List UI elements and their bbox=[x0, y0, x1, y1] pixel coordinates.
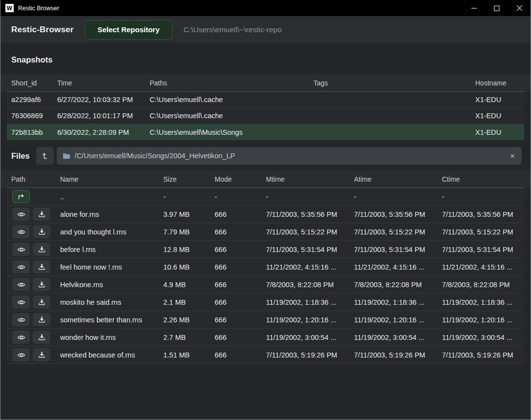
file-size: 3.97 MB bbox=[163, 210, 215, 218]
snapshots-table-header: Short_id Time Paths Tags Hostname bbox=[0, 74, 531, 92]
file-name: .. bbox=[60, 193, 163, 201]
download-file-button[interactable] bbox=[33, 208, 50, 221]
eye-icon bbox=[17, 316, 25, 323]
close-icon bbox=[516, 5, 523, 11]
col-paths: Paths bbox=[150, 79, 313, 87]
snapshot-short-id: 76306869 bbox=[11, 112, 57, 120]
minimize-icon bbox=[471, 5, 477, 11]
file-ctime: 11/19/2002, 1:18:36 ... bbox=[442, 298, 524, 306]
col-ctime: Ctime bbox=[442, 175, 524, 183]
file-row[interactable]: feel home now !.rns 10.6 MB 666 11/21/20… bbox=[7, 258, 524, 276]
download-file-button[interactable] bbox=[33, 313, 50, 326]
download-file-button[interactable] bbox=[33, 243, 50, 256]
file-mtime: 7/11/2003, 5:31:54 PM bbox=[266, 246, 354, 253]
preview-file-button[interactable] bbox=[12, 331, 30, 344]
set-root-level-up-button[interactable] bbox=[36, 147, 54, 165]
col-name: Name bbox=[60, 175, 163, 183]
file-mode: 666 bbox=[215, 298, 266, 306]
file-row[interactable]: before l.rns 12.8 MB 666 7/11/2003, 5:31… bbox=[7, 241, 524, 258]
level-up-icon bbox=[41, 152, 49, 160]
snapshots-table: Short_id Time Paths Tags Hostname a2299a… bbox=[0, 74, 531, 140]
clear-path-icon[interactable]: × bbox=[509, 152, 516, 160]
app-title: Restic-Browser bbox=[11, 25, 74, 35]
snapshot-short-id: 72b813bb bbox=[11, 128, 57, 136]
parent-directory-row[interactable]: .. - - - - - bbox=[7, 188, 524, 206]
preview-file-button[interactable] bbox=[12, 208, 30, 221]
preview-file-button[interactable] bbox=[12, 348, 30, 361]
file-ctime: 7/11/2003, 5:35:56 PM bbox=[442, 210, 524, 218]
preview-file-button[interactable] bbox=[12, 225, 30, 238]
file-size: 2.26 MB bbox=[163, 316, 215, 324]
files-table: Path Name Size Mode Mtime Atime Ctime bbox=[0, 170, 531, 364]
file-size: 12.8 MB bbox=[163, 246, 215, 253]
file-row[interactable]: wonder how it.rns 2.7 MB 666 11/19/2002,… bbox=[7, 329, 524, 346]
repository-path: C:\Users\emuell\~\restic-repo bbox=[183, 25, 282, 34]
go-parent-directory-button[interactable] bbox=[12, 190, 30, 203]
select-repository-button[interactable]: Select Repository bbox=[85, 20, 173, 40]
file-row[interactable]: wrecked because of.rns 1.51 MB 666 7/11/… bbox=[7, 346, 524, 364]
snapshot-time: 6/28/2022, 10:01:17 PM bbox=[57, 112, 150, 120]
file-ctime: 7/11/2003, 5:31:54 PM bbox=[442, 246, 524, 253]
file-mtime: 11/19/2002, 1:20:16 ... bbox=[266, 316, 354, 324]
snapshot-row[interactable]: a2299af6 6/27/2022, 10:03:32 PM C:\Users… bbox=[7, 92, 524, 108]
file-atime: 11/21/2002, 4:15:16 ... bbox=[354, 263, 442, 271]
file-row[interactable]: Helvikone.rns 4.9 MB 666 7/8/2003, 8:22:… bbox=[7, 276, 524, 294]
preview-file-button[interactable] bbox=[12, 260, 30, 273]
file-mtime: 7/8/2003, 8:22:08 PM bbox=[266, 281, 354, 289]
snapshot-paths: C:\Users\emuell\.cache bbox=[150, 112, 313, 120]
file-name: wrecked because of.rns bbox=[60, 351, 163, 359]
download-icon bbox=[38, 351, 45, 358]
close-button[interactable] bbox=[508, 0, 531, 16]
download-file-button[interactable] bbox=[33, 295, 50, 309]
snapshot-time: 6/27/2022, 10:03:32 PM bbox=[57, 96, 150, 104]
file-row[interactable]: and you thought l.rns 7.79 MB 666 7/11/2… bbox=[7, 223, 524, 241]
file-mtime: - bbox=[266, 193, 354, 201]
download-file-button[interactable] bbox=[33, 260, 50, 273]
download-icon bbox=[38, 228, 45, 235]
window-title: Restic Browser bbox=[18, 5, 59, 12]
maximize-button[interactable] bbox=[486, 0, 508, 16]
file-mode: 666 bbox=[215, 263, 266, 271]
app-window: W Restic Browser Restic-Browser Select R… bbox=[0, 0, 531, 420]
file-mtime: 11/19/2002, 3:00:54 ... bbox=[266, 334, 354, 341]
minimize-button[interactable] bbox=[463, 0, 486, 16]
folder-icon bbox=[63, 152, 70, 159]
file-size: 2.7 MB bbox=[163, 334, 215, 341]
files-table-header: Path Name Size Mode Mtime Atime Ctime bbox=[0, 170, 531, 188]
eye-icon bbox=[17, 352, 25, 358]
download-file-button[interactable] bbox=[33, 225, 50, 238]
download-icon bbox=[38, 281, 45, 288]
preview-file-button[interactable] bbox=[12, 295, 30, 309]
download-icon bbox=[38, 316, 45, 323]
preview-file-button[interactable] bbox=[12, 243, 30, 256]
file-size: 4.9 MB bbox=[163, 281, 215, 289]
file-ctime: 11/19/2002, 1:20:16 ... bbox=[442, 316, 524, 324]
file-mode: 666 bbox=[215, 281, 266, 289]
file-mode: - bbox=[215, 193, 266, 201]
file-row[interactable]: sometimes better than.rns 2.26 MB 666 11… bbox=[7, 311, 524, 329]
snapshot-row-selected[interactable]: 72b813bb 6/30/2022, 2:28:09 PM C:\Users\… bbox=[7, 124, 524, 140]
current-path-input[interactable]: /C/Users/emuell/Music/Songs/2004_Helveti… bbox=[57, 147, 522, 165]
file-row[interactable]: alone for.rns 3.97 MB 666 7/11/2003, 5:3… bbox=[7, 206, 524, 223]
file-row[interactable]: moskito he said.rns 2.1 MB 666 11/19/200… bbox=[7, 294, 524, 311]
download-icon bbox=[38, 334, 45, 341]
col-time: Time bbox=[57, 79, 150, 87]
files-title: Files bbox=[11, 151, 30, 161]
eye-icon bbox=[17, 299, 25, 306]
corner-up-right-arrow-icon bbox=[17, 193, 25, 200]
file-ctime: 7/11/2003, 5:19:26 PM bbox=[442, 351, 524, 359]
download-file-button[interactable] bbox=[33, 331, 50, 344]
file-mode: 666 bbox=[215, 228, 266, 236]
app-logo-icon: W bbox=[5, 4, 14, 12]
preview-file-button[interactable] bbox=[12, 313, 30, 326]
eye-icon bbox=[17, 229, 25, 235]
file-ctime: 11/19/2002, 3:00:54 ... bbox=[442, 334, 524, 341]
download-icon bbox=[38, 263, 45, 271]
download-file-button[interactable] bbox=[33, 278, 50, 291]
preview-file-button[interactable] bbox=[12, 278, 30, 291]
snapshot-row[interactable]: 76306869 6/28/2022, 10:01:17 PM C:\Users… bbox=[7, 108, 524, 124]
col-hostname: Hostname bbox=[475, 79, 524, 87]
snapshot-hostname: X1-EDU bbox=[475, 96, 524, 104]
file-size: 1.51 MB bbox=[163, 351, 215, 359]
download-file-button[interactable] bbox=[33, 348, 50, 361]
